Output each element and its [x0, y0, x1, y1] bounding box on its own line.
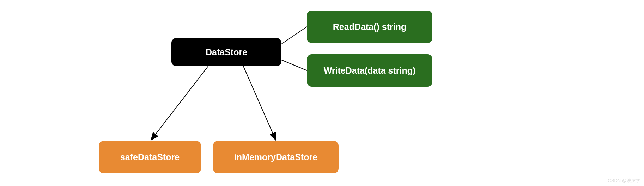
- edge-datastore-inmemorydatastore: [243, 66, 276, 140]
- node-writedata-label: WriteData(data string): [324, 66, 416, 76]
- node-safedatastore-label: safeDataStore: [120, 152, 180, 162]
- watermark: CSDN @波罗学: [608, 178, 640, 184]
- edge-datastore-readdata: [281, 27, 307, 44]
- node-safedatastore: safeDataStore: [99, 141, 201, 173]
- edge-datastore-safedatastore: [151, 66, 208, 140]
- node-readdata-label: ReadData() string: [333, 22, 406, 32]
- node-inmemorydatastore: inMemoryDataStore: [213, 141, 339, 173]
- node-datastore: DataStore: [171, 38, 281, 66]
- node-readdata: ReadData() string: [307, 11, 432, 43]
- node-datastore-label: DataStore: [206, 47, 247, 57]
- node-inmemorydatastore-label: inMemoryDataStore: [234, 152, 317, 162]
- edge-datastore-writedata: [281, 60, 307, 70]
- node-writedata: WriteData(data string): [307, 54, 432, 87]
